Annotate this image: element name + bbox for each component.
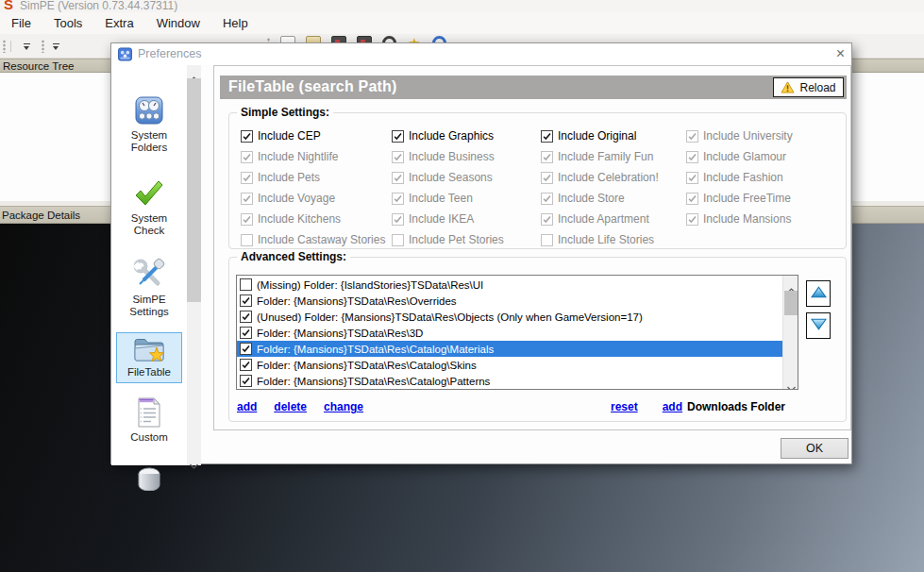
preferences-icon — [118, 47, 132, 61]
add-downloads-wrap: add Downloads Folder — [663, 400, 785, 413]
add-link[interactable]: add — [237, 400, 257, 413]
arrow-up-icon — [811, 286, 827, 301]
checkbox-box[interactable] — [240, 375, 252, 387]
app-titlebar: S SimPE (Version 0.73.44.37311) — [0, 0, 924, 12]
page-title: FileTable (search Path) — [228, 78, 397, 95]
checkbox-include-nightlife: Include Nightlife — [241, 146, 392, 167]
scrollbar-thumb[interactable] — [784, 291, 798, 315]
scroll-down-icon[interactable] — [190, 456, 198, 462]
checkbox-include-teen: Include Teen — [392, 188, 541, 209]
dialog-sidebar: System FoldersSystem CheckSimPE Settings… — [111, 65, 187, 465]
checkbox-box[interactable] — [240, 359, 252, 371]
menu-extra[interactable]: Extra — [93, 13, 144, 33]
checkbox-include-cep[interactable]: Include CEP — [241, 126, 392, 146]
checkbox-include-original[interactable]: Include Original — [541, 126, 686, 146]
checkbox-box — [241, 151, 253, 163]
checkbox-label: Include Celebration! — [558, 171, 659, 184]
screen: S SimPE (Version 0.73.44.37311) FileTool… — [0, 0, 924, 572]
checkbox-include-graphics[interactable]: Include Graphics — [392, 126, 541, 146]
menu-help[interactable]: Help — [211, 13, 260, 33]
resource-tree-label: Resource Tree — [3, 60, 74, 72]
checkbox-box[interactable] — [240, 311, 252, 323]
checkbox-include-celebration: Include Celebration! — [541, 167, 686, 188]
change-link[interactable]: change — [324, 400, 363, 413]
sidebar-item-custom[interactable]: Custom — [115, 395, 183, 444]
checkbox-label: Include Fashion — [703, 171, 783, 184]
simple-settings-columns: Include CEPInclude NightlifeInclude Pets… — [241, 126, 837, 250]
warning-icon — [781, 81, 795, 93]
checkbox-label: Include Pet Stories — [409, 233, 504, 246]
toolbar-grip-icon[interactable] — [42, 40, 44, 53]
checkbox-include-kitchens: Include Kitchens — [241, 209, 392, 229]
toolbar-grip-icon[interactable] — [3, 40, 6, 53]
checkbox-box — [686, 193, 698, 205]
scroll-down-icon[interactable] — [787, 379, 796, 384]
ok-button[interactable]: OK — [781, 438, 848, 459]
toolbar-dropdown-button[interactable] — [47, 39, 64, 54]
checkbox-label: Include Seasons — [409, 171, 493, 184]
sidebar-item-label: System Folders — [119, 129, 179, 153]
sidebar-item-database[interactable] — [115, 462, 183, 497]
move-up-button[interactable] — [806, 280, 831, 307]
checkbox-include-family-fun: Include Family Fun — [541, 146, 686, 167]
reload-label: Reload — [799, 81, 835, 94]
sidebar-item-filetable[interactable]: FileTable — [116, 332, 182, 383]
sidebar-item-simpe-settings[interactable]: SimPE Settings — [115, 258, 183, 317]
folder-list-item[interactable]: (Unused) Folder: {Mansions}TSData\Res\Ob… — [237, 309, 782, 325]
toolbar-dropdown-button[interactable] — [18, 39, 35, 54]
scroll-up-icon[interactable] — [190, 69, 198, 75]
delete-link[interactable]: delete — [274, 400, 307, 413]
close-icon[interactable]: × — [836, 43, 845, 64]
menu-file[interactable]: File — [0, 13, 42, 33]
folder-list-item[interactable]: Folder: {Mansions}TSData\Res\3D — [237, 325, 782, 341]
checkbox-box[interactable] — [240, 278, 252, 291]
checkbox-include-fashion: Include Fashion — [686, 167, 837, 188]
folder-path: (Missing) Folder: {IslandStories}TSData\… — [257, 279, 483, 291]
checkbox-box[interactable] — [541, 130, 553, 143]
app-title: SimPE (Version 0.73.44.37311) — [20, 0, 177, 12]
sidebar-item-system-check[interactable]: System Check — [115, 177, 183, 236]
checkbox-box — [541, 193, 553, 205]
checkbox-box[interactable] — [241, 130, 253, 143]
reset-link[interactable]: reset — [611, 400, 638, 413]
checkbox-include-mansions: Include Mansions — [686, 209, 837, 229]
checkbox-include-glamour: Include Glamour — [686, 146, 837, 167]
folder-path: Folder: {Mansions}TSData\Res\Catalog\Ski… — [257, 360, 477, 371]
checkbox-include-apartment: Include Apartment — [541, 209, 686, 229]
move-down-button[interactable] — [806, 312, 831, 339]
simpe-settings-icon — [132, 258, 166, 292]
add-downloads-link[interactable]: add — [663, 400, 682, 413]
reload-button[interactable]: Reload — [773, 77, 844, 97]
menu-window[interactable]: Window — [145, 13, 211, 33]
folder-list-item[interactable]: Folder: {Mansions}TSData\Res\Catalog\Ski… — [237, 357, 782, 373]
arrow-down-icon — [811, 318, 827, 333]
checkbox-box — [392, 193, 404, 205]
dialog-titlebar[interactable]: Preferences × — [111, 43, 851, 65]
checkbox-label: Include Store — [558, 192, 625, 205]
list-scrollbar[interactable] — [782, 276, 798, 389]
checkbox-box — [392, 172, 404, 184]
checkbox-label: Include Nightlife — [258, 150, 338, 163]
folder-path: Folder: {Mansions}TSData\Res\3D — [257, 328, 423, 339]
folder-list-item[interactable]: Folder: {Mansions}TSData\Res\Catalog\Mat… — [237, 341, 782, 357]
chevron-down-icon — [24, 46, 29, 50]
folder-list-item[interactable]: Folder: {Mansions}TSData\Res\Overrides — [237, 293, 782, 309]
checkbox-label: Include Pets — [258, 171, 320, 184]
checkbox-box[interactable] — [240, 327, 252, 339]
checkbox-label: Include Teen — [409, 192, 473, 205]
checkbox-label: Include Glamour — [703, 150, 786, 163]
scrollbar-thumb[interactable] — [187, 78, 201, 302]
preferences-dialog: Preferences × System FoldersSystem Check… — [110, 42, 852, 464]
folder-list-item[interactable]: (Missing) Folder: {IslandStories}TSData\… — [237, 277, 782, 293]
folder-list-item[interactable]: Folder: {Mansions}TSData\Res\Catalog\Pat… — [237, 373, 782, 389]
checkbox-box[interactable] — [392, 130, 404, 143]
checkbox-include-voyage: Include Voyage — [241, 188, 392, 209]
checkbox-box[interactable] — [240, 294, 252, 307]
folder-actions: add delete change — [237, 400, 363, 413]
sidebar-item-system-folders[interactable]: System Folders — [115, 93, 183, 153]
scroll-up-icon[interactable] — [787, 280, 796, 286]
menu-tools[interactable]: Tools — [42, 13, 93, 33]
dialog-title: Preferences — [138, 47, 201, 60]
checkbox-box[interactable] — [240, 343, 252, 355]
sidebar-scrollbar[interactable] — [187, 65, 201, 465]
